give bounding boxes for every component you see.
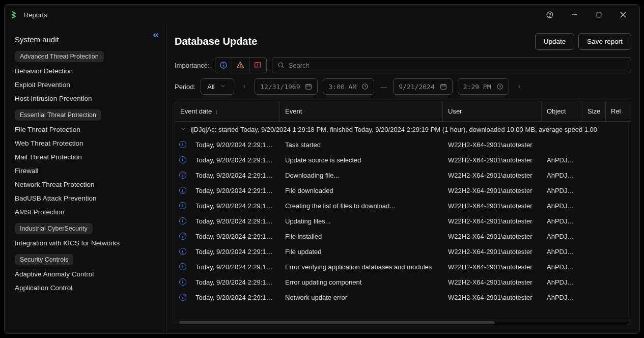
col-user[interactable]: User: [443, 101, 542, 121]
period-prev-button[interactable]: [239, 81, 249, 92]
cell-user: W22H2-X64-2901\autotester: [443, 217, 542, 225]
period-select-value: All: [207, 83, 214, 91]
app-logo-icon: [11, 10, 20, 19]
sidebar-group-badge: Industrial CyberSecurity: [15, 223, 93, 234]
cell-object: AhPDJmWi: [542, 248, 582, 256]
sidebar-item[interactable]: Host Intrusion Prevention: [5, 92, 166, 105]
cell-date: Today, 9/20/2024 2:29:18 PM: [190, 263, 280, 271]
cell-object: AhPDJmWi: [542, 156, 582, 164]
svg-point-10: [240, 67, 241, 67]
cell-date: Today, 9/20/2024 2:29:18 PM: [190, 187, 280, 194]
cell-object: AhPDJmWi: [542, 187, 582, 194]
time-from-value: 3:00 AM: [328, 83, 356, 91]
cell-user: W22H2-X64-2901\autotester: [443, 248, 542, 256]
cell-date: Today, 9/20/2024 2:29:18 PM: [190, 156, 280, 164]
row-severity-icon: i: [175, 156, 190, 163]
importance-info-toggle[interactable]: [215, 57, 232, 73]
table-row[interactable]: iToday, 9/20/2024 2:29:18 PMCreating the…: [175, 198, 631, 213]
search-input[interactable]: [289, 62, 626, 69]
table-row[interactable]: iToday, 9/20/2024 2:29:18 PMError verify…: [175, 259, 631, 274]
col-size[interactable]: Size: [582, 101, 606, 121]
cell-object: AhPDJmWi: [542, 278, 582, 286]
col-event-date[interactable]: Event date ↓: [175, 101, 280, 121]
table-row[interactable]: iToday, 9/20/2024 2:29:18 PMTask started…: [175, 137, 631, 152]
cell-date: Today, 9/20/2024 2:29:18 PM: [190, 172, 280, 179]
importance-filter-row: Importance:: [166, 57, 639, 78]
cell-user: W22H2-X64-2901\autotester: [443, 156, 542, 164]
sidebar-item[interactable]: Exploit Prevention: [5, 78, 166, 92]
clock-icon: [361, 83, 369, 90]
table-row[interactable]: iToday, 9/20/2024 2:29:18 PMFile updated…: [175, 244, 631, 259]
row-severity-icon: i: [175, 202, 190, 209]
svg-point-13: [258, 66, 258, 67]
table-row[interactable]: iToday, 9/20/2024 2:29:18 PMUpdate sourc…: [175, 152, 631, 167]
table-row[interactable]: iToday, 9/20/2024 2:29:18 PMDownloading …: [175, 167, 631, 183]
period-select[interactable]: All: [201, 78, 234, 95]
sidebar-item[interactable]: Mail Threat Protection: [5, 150, 166, 164]
titlebar: Reports: [5, 5, 639, 25]
chevron-down-icon: [220, 83, 226, 91]
cell-event: Task started: [280, 141, 443, 149]
importance-critical-toggle[interactable]: [249, 57, 267, 73]
time-to-input[interactable]: 2:29 PM: [458, 78, 509, 95]
range-separator: —: [379, 83, 388, 91]
sidebar-item[interactable]: File Threat Protection: [5, 123, 166, 136]
horizontal-scrollbar[interactable]: [175, 320, 631, 325]
page-header: Database Update Update Save report: [166, 33, 639, 57]
chevron-down-icon: [180, 126, 186, 133]
time-from-input[interactable]: 3:00 AM: [323, 78, 374, 95]
cell-event: File updated: [280, 248, 443, 256]
table-row[interactable]: iToday, 9/20/2024 2:29:18 PMFile install…: [175, 229, 631, 244]
importance-warning-toggle[interactable]: [232, 57, 249, 73]
sidebar-item[interactable]: BadUSB Attack Prevention: [5, 191, 166, 205]
sidebar: System audit Advanced Threat Protection …: [5, 25, 166, 333]
sidebar-top-title[interactable]: System audit: [5, 29, 166, 47]
svg-point-14: [278, 63, 283, 67]
sidebar-item[interactable]: Firewall: [5, 164, 166, 178]
table-row[interactable]: iToday, 9/20/2024 2:29:18 PMFile downloa…: [175, 183, 631, 198]
table-group-row[interactable]: IjDJqjAc: started Today, 9/20/2024 1:29:…: [175, 122, 631, 137]
save-report-button[interactable]: Save report: [578, 33, 631, 50]
sidebar-item[interactable]: Application Control: [5, 281, 166, 295]
row-severity-icon: i: [175, 263, 190, 270]
sidebar-item[interactable]: Behavior Detection: [5, 64, 166, 78]
cell-user: W22H2-X64-2901\autotester: [443, 294, 542, 301]
cell-user: W22H2-X64-2901\autotester: [443, 233, 542, 240]
cell-date: Today, 9/20/2024 2:29:18 PM: [190, 248, 280, 256]
collapse-sidebar-button[interactable]: [150, 29, 162, 41]
date-to-input[interactable]: 9/21/2024: [393, 78, 452, 95]
table-row[interactable]: iToday, 9/20/2024 2:29:18 PMError updati…: [175, 274, 631, 290]
help-button[interactable]: [540, 8, 560, 22]
cell-event: File downloaded: [280, 187, 443, 194]
cell-event: Creating the list of files to download..…: [280, 202, 443, 210]
cell-event: Downloading file...: [280, 172, 443, 179]
close-button[interactable]: [613, 8, 633, 22]
col-rel[interactable]: Rel: [606, 101, 631, 121]
sidebar-item[interactable]: AMSI Protection: [5, 205, 166, 219]
col-event[interactable]: Event: [280, 101, 443, 121]
table-row[interactable]: iToday, 9/20/2024 2:29:18 PMNetwork upda…: [175, 290, 631, 305]
cell-event: Error verifying application databases an…: [280, 263, 443, 271]
cell-object: AhPDJmWi: [542, 233, 582, 240]
sidebar-item[interactable]: Adaptive Anomaly Control: [5, 267, 166, 281]
row-severity-icon: i: [175, 187, 190, 194]
sidebar-item[interactable]: Web Threat Protection: [5, 136, 166, 150]
sidebar-group-badge: Security Controls: [15, 254, 73, 265]
table-row[interactable]: iToday, 9/20/2024 2:29:18 PMUpdating fil…: [175, 213, 631, 229]
period-filter-row: Period: All 12/31/1969 3:00 AM: [166, 78, 639, 101]
period-next-button[interactable]: [514, 81, 524, 92]
maximize-button[interactable]: [589, 8, 609, 22]
col-object[interactable]: Object: [542, 101, 582, 121]
scrollbar-thumb[interactable]: [179, 321, 495, 324]
cell-date: Today, 9/20/2024 2:29:18 PM: [190, 202, 280, 210]
cell-object: AhPDJmWi: [542, 172, 582, 179]
update-button[interactable]: Update: [535, 33, 575, 50]
sidebar-item[interactable]: Integration with KICS for Networks: [5, 236, 166, 250]
importance-toggle-group: [215, 57, 267, 73]
search-field[interactable]: [272, 57, 631, 73]
date-from-input[interactable]: 12/31/1969: [255, 78, 318, 95]
cell-user: W22H2-X64-2901\autotester: [443, 278, 542, 286]
importance-label: Importance:: [175, 62, 210, 69]
minimize-button[interactable]: [564, 8, 584, 22]
sidebar-item[interactable]: Network Threat Protection: [5, 178, 166, 191]
